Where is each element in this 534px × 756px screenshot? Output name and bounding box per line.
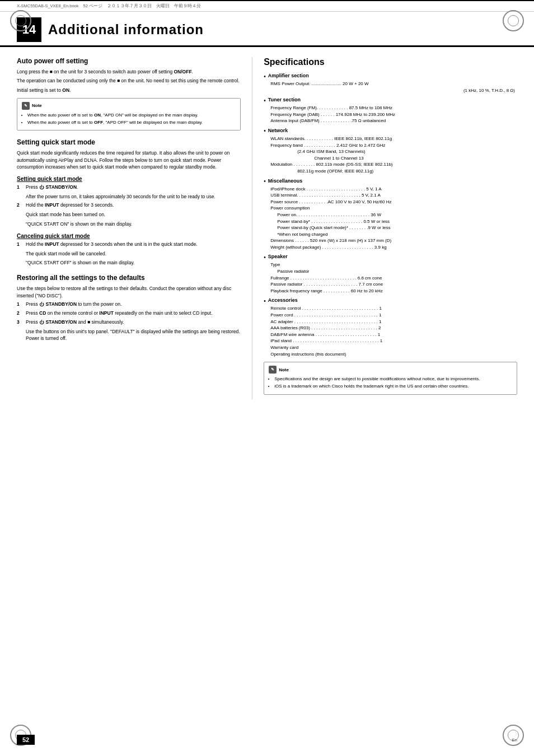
chapter-title: Additional information	[48, 22, 204, 38]
cancel-note1: The quick start mode will be canceled.	[17, 250, 241, 257]
restore-step1-text: Press ⏻ STANDBY/ON to turn the power on.	[26, 301, 241, 308]
step1-num: 1	[17, 184, 24, 191]
auto-power-p1: Long press the ■ on the unit for 3 secon…	[17, 68, 241, 75]
cancel-step1-num: 1	[17, 241, 24, 248]
auto-power-p2: The operation can be conducted using onl…	[17, 77, 241, 84]
acc-batteries: AAA batteries (R03) . . . . . . . . . . …	[264, 325, 517, 332]
note1-title: ✎ Note	[22, 102, 236, 110]
canceling-subheading: Canceling quick start mode	[17, 233, 241, 239]
misc-ipod: iPod/iPhone dock . . . . . . . . . . . .…	[264, 186, 517, 193]
acc-warranty: Warranty card	[264, 344, 517, 351]
specifications-heading: Specifications	[264, 57, 517, 67]
speaker-heading: Speaker	[268, 254, 288, 259]
note-icon-1: ✎	[22, 102, 30, 110]
tuner-antenna: Antenna Input (DAB/FM) . . . . . . . . .…	[264, 118, 517, 124]
misc-power-on: Power on. . . . . . . . . . . . . . . . …	[264, 212, 517, 218]
accessories-section: • Accessories Remote control . . . . . .…	[264, 297, 517, 357]
cancel-step1-text: Hold the INPUT depressed for 3 seconds w…	[26, 241, 241, 248]
network-freq: Frequency band . . . . . . . . . . . . .…	[264, 142, 517, 149]
cancel-step1: 1 Hold the INPUT depressed for 3 seconds…	[17, 241, 241, 248]
note-box-2: ✎ Note Specifications and the design are…	[264, 362, 517, 394]
restore-step2-text: Press CD on the remote control or INPUT …	[26, 310, 241, 317]
acc-adapter: AC adapter . . . . . . . . . . . . . . .…	[264, 319, 517, 325]
speaker-passive: Passive radiator . . . . . . . . . . . .…	[264, 281, 517, 288]
note-icon-2: ✎	[269, 366, 277, 374]
amplifier-section: • Amplifier section RMS Power Output: ..…	[264, 73, 517, 94]
step1-note: After the power turns on, it takes appro…	[17, 193, 241, 200]
setting-subheading: Setting quick start mode	[17, 176, 241, 182]
misc-heading: Miscellaneous	[268, 178, 303, 184]
quick-start-heading: Setting quick start mode	[17, 138, 241, 146]
right-column: Specifications • Amplifier section RMS P…	[252, 57, 517, 399]
speaker-section: • Speaker Type Passive radiator Fullrang…	[264, 254, 517, 294]
chapter-header: 14 Additional information	[0, 12, 534, 47]
page-number: 52	[17, 735, 35, 745]
note2-list: Specifications and the design are subjec…	[269, 376, 512, 389]
network-wlan: WLAN standards. . . . . . . . . . . . IE…	[264, 136, 517, 142]
misc-usb: USB terminal. . . . . . . . . . . . . . …	[264, 192, 517, 199]
speaker-fullrange: Fullrange . . . . . . . . . . . . . . . …	[264, 275, 517, 282]
note1-item-1: When the auto power off is set to ON, "A…	[27, 112, 236, 118]
tuner-dab: Frequency Range (DAB) . . . . . . 174.92…	[264, 111, 517, 118]
amplifier-heading: Amplifier section	[268, 73, 309, 78]
amplifier-rms: RMS Power Output: ......................…	[264, 81, 517, 87]
speaker-type-value: Passive radiator	[264, 268, 517, 275]
tuner-fm: Frequency Range (FM). . . . . . . . . . …	[264, 105, 517, 111]
auto-power-p3: Initial setting is set to ON.	[17, 87, 241, 94]
note1-list: When the auto power off is set to ON, "A…	[22, 112, 236, 125]
step2-text: Hold the INPUT depressed for 3 seconds.	[26, 202, 241, 209]
accessories-heading: Accessories	[268, 297, 298, 303]
left-column: Auto power off setting Long press the ■ …	[17, 57, 252, 399]
restore-heading: Restoring all the settings to the defaul…	[17, 274, 241, 282]
restore-step1: 1 Press ⏻ STANDBY/ON to turn the power o…	[17, 301, 241, 308]
main-content: Auto power off setting Long press the ■ …	[0, 57, 534, 399]
network-ism: (2.4 GHz ISM Band, 13 Channels)	[264, 148, 517, 155]
step2-num: 2	[17, 202, 24, 209]
restore-step1-num: 1	[17, 301, 24, 308]
restore-p1: Use the steps below to restore all the s…	[17, 285, 241, 299]
network-mod2: 802.11g mode (OFDM; IEEE 802.11g)	[264, 168, 517, 175]
page-footer: 52 En	[0, 735, 534, 745]
speaker-type-label: Type	[264, 262, 517, 268]
restore-step3-num: 3	[17, 319, 24, 326]
misc-power-consumption: Power consumption	[264, 205, 517, 212]
network-section: • Network WLAN standards. . . . . . . . …	[264, 128, 517, 175]
quick-start-step1: 1 Press ⏻ STANDBY/ON.	[17, 184, 241, 191]
note2-title: ✎ Note	[269, 366, 512, 374]
quick-start-p1: Quick start mode significantly reduces t…	[17, 150, 241, 170]
misc-dimensions: Dimensions . . . . . . 520 mm (W) x 218 …	[264, 237, 517, 244]
auto-power-heading: Auto power off setting	[17, 57, 241, 65]
note-box-1: ✎ Note When the auto power off is set to…	[17, 98, 241, 130]
note2-item-1: Specifications and the design are subjec…	[274, 376, 512, 382]
corner-decoration-tl	[10, 10, 31, 31]
step2-note1: Quick start mode has been turned on.	[17, 211, 241, 218]
corner-decoration-tr	[503, 10, 524, 31]
acc-remote: Remote control . . . . . . . . . . . . .…	[264, 305, 517, 312]
network-channel: Channel 1 to Channel 13	[264, 155, 517, 162]
header-bar: X-SMC55DAB-S_VXE8_En.book 52 ページ ２０１３年７月…	[0, 0, 534, 12]
note2-item-2: iOS is a trademark on which Cisco holds …	[274, 383, 512, 389]
acc-instructions: Operating instructions (this document)	[264, 351, 517, 358]
restore-step2: 2 Press CD on the remote control or INPU…	[17, 310, 241, 317]
misc-weight: Weight (without package) . . . . . . . .…	[264, 244, 517, 251]
note1-item-2: When the auto power off is set to OFF, "…	[27, 119, 236, 125]
restore-step2-num: 2	[17, 310, 24, 317]
speaker-freq-range: Playback frequency range . . . . . . . .…	[264, 288, 517, 295]
acc-power-cord: Power cord . . . . . . . . . . . . . . .…	[264, 312, 517, 319]
restore-step3-text: Press ⏻ STANDBY/ON and ■ simultaneously.	[26, 319, 241, 326]
misc-standby: Power stand-by* . . . . . . . . . . . . …	[264, 218, 517, 225]
acc-ipad-stand: iPad stand . . . . . . . . . . . . . . .…	[264, 338, 517, 344]
network-heading: Network	[268, 128, 288, 133]
restore-step3-note: Use the buttons on this unit's top panel…	[17, 328, 241, 342]
restore-step3: 3 Press ⏻ STANDBY/ON and ■ simultaneousl…	[17, 319, 241, 326]
step2-note2: "QUICK START ON" is shown on the main di…	[17, 221, 241, 227]
misc-power-source: Power source . . . . . . . . . . . .AC 1…	[264, 199, 517, 206]
misc-not-charged: *When not being charged	[264, 231, 517, 238]
network-mod: Modulation . . . . . . . . . 802.11b mod…	[264, 161, 517, 168]
tuner-heading: Tuner section	[268, 97, 301, 102]
step1-text: Press ⏻ STANDBY/ON.	[26, 184, 241, 191]
tuner-section: • Tuner section Frequency Range (FM). . …	[264, 97, 517, 124]
misc-section: • Miscellaneous iPod/iPhone dock . . . .…	[264, 178, 517, 251]
page: X-SMC55DAB-S_VXE8_En.book 52 ページ ２０１３年７月…	[0, 0, 534, 756]
footer-language: En	[512, 738, 517, 743]
